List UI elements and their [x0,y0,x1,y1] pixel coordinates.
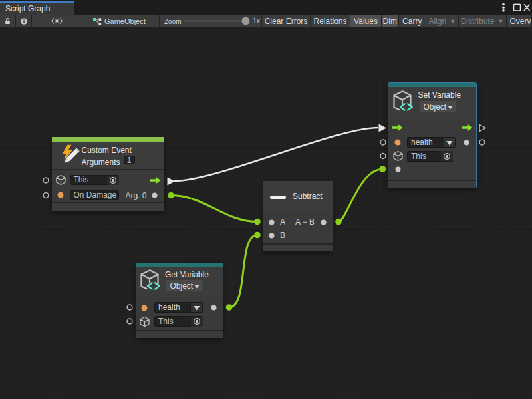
svg-text:1x: 1x [253,17,261,25]
